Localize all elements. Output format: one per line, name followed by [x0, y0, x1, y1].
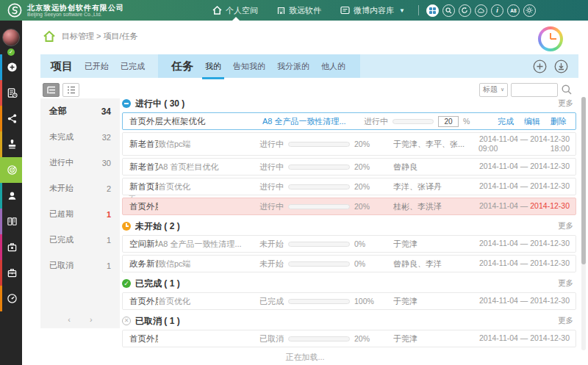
- stat-all-value: 34: [101, 106, 111, 117]
- task-row[interactable]: 空间新增布局 A8 全产品一致性清理... 未开始 0% 于莞津 2014-11…: [122, 235, 576, 253]
- list-view-icon: [67, 86, 76, 94]
- stat-cancelled-label: 已取消: [49, 260, 74, 271]
- not-started-icon: [122, 222, 131, 231]
- task-row-overdue[interactable]: 首页外层大框架优化 进行中 20% 桂彬、李洪泽 2014-11-04 — 20…: [122, 198, 576, 215]
- stat-all[interactable]: 全部 34: [40, 98, 120, 124]
- task-status-cell: 进行中 %: [364, 116, 498, 127]
- chevron-down-icon[interactable]: ▼: [399, 7, 405, 14]
- percent-label: 20%: [354, 334, 370, 343]
- task-title[interactable]: 空间新增布局: [123, 239, 158, 250]
- rail-item-dashboard[interactable]: [0, 286, 22, 311]
- time-range: 09:00 18:00: [467, 144, 570, 153]
- tab-task-informed[interactable]: 告知我的: [233, 61, 265, 72]
- task-project-link[interactable]: A8 全产品一致性清理...: [262, 116, 364, 127]
- a8-icon[interactable]: A8: [507, 4, 520, 17]
- rail-item-notebook[interactable]: [0, 209, 22, 234]
- scrollbar-thumb[interactable]: [581, 97, 586, 264]
- task-assignees: 于莞津、李平、张...: [393, 139, 467, 150]
- task-row[interactable]: 首页外层大框架优化 已取消 20% 于莞津 2014-11-04 — 2014-…: [122, 330, 576, 347]
- task-title[interactable]: 新老首页并存功能（确认新老框架切换的方式）: [123, 139, 158, 150]
- tab-task-others[interactable]: 他人的: [321, 61, 345, 72]
- more-link[interactable]: 更多: [558, 98, 576, 109]
- rail-item-schedule[interactable]: [0, 80, 22, 106]
- pager-prev[interactable]: ‹: [68, 315, 71, 324]
- tab-task-mine[interactable]: 我的: [205, 61, 221, 72]
- task-project: 首页优化: [158, 296, 259, 307]
- task-title[interactable]: 首页外层大框架优化: [123, 116, 262, 127]
- progress-bar: [288, 299, 350, 304]
- more-link[interactable]: 更多: [558, 221, 576, 231]
- tab-project-started[interactable]: 已开始: [85, 61, 109, 72]
- rail-item-briefcase[interactable]: [0, 260, 22, 286]
- filter-field-select[interactable]: 标题 ∨: [479, 83, 508, 97]
- rail-item-badge[interactable]: [0, 234, 22, 260]
- stat-overdue[interactable]: 已超期 1: [40, 201, 120, 227]
- task-title[interactable]: 新老首页大背景图上传: [123, 162, 158, 173]
- info-icon[interactable]: i: [491, 4, 503, 17]
- home-breadcrumb-icon[interactable]: [43, 30, 56, 43]
- task-title[interactable]: 首页外层大框架优化: [123, 333, 158, 344]
- stat-not-started[interactable]: 未开始 2: [40, 176, 120, 201]
- task-row[interactable]: 首页外层大框架优化 A8 全产品一致性清理... 进行中 % 完成 编辑 删除: [122, 112, 576, 130]
- task-title[interactable]: 政务新首页工作项: [123, 259, 158, 270]
- rail-item-target-management[interactable]: [0, 157, 22, 183]
- task-title[interactable]: 首页外层大框架优化: [123, 296, 158, 307]
- tab-task[interactable]: 任务: [171, 59, 193, 73]
- stat-completed-label: 已完成: [49, 234, 74, 245]
- status-label: 进行中: [259, 201, 284, 212]
- view-list-button[interactable]: [62, 83, 79, 97]
- stat-completed[interactable]: 已完成 1: [40, 227, 120, 253]
- scrollbar-track[interactable]: [581, 97, 586, 350]
- percent-input[interactable]: [438, 116, 459, 127]
- task-row[interactable]: 新老首页大背景图上传 A8 首页栏目优化 进行中 20% 曾静良 2014-11…: [122, 158, 576, 176]
- more-link[interactable]: 更多: [558, 278, 576, 289]
- search-icon[interactable]: [442, 4, 455, 17]
- toolbar-row: 标题 ∨: [40, 81, 578, 98]
- search-input[interactable]: [511, 83, 558, 97]
- stat-in-progress[interactable]: 进行中 30: [40, 150, 120, 176]
- nav-personal-space[interactable]: 个人空间: [212, 0, 258, 21]
- task-row[interactable]: 首页外层大框架优化 首页优化 已完成 100% 于莞津 2014-11-04 —…: [122, 292, 576, 310]
- book-icon: [7, 216, 18, 227]
- task-dates: 2014-11-04 — 2014-12-30: [467, 296, 576, 306]
- search-magnifier-icon[interactable]: [561, 84, 573, 95]
- delete-action[interactable]: 删除: [551, 116, 567, 127]
- view-tree-button[interactable]: [43, 83, 60, 97]
- tab-project[interactable]: 项目: [51, 59, 73, 73]
- task-title[interactable]: 首页外层大框架优化: [123, 201, 158, 212]
- nav-weibo-library[interactable]: 微博内容库 ▼: [340, 0, 405, 21]
- task-row[interactable]: 新首页新增栏目细分 首页优化 进行中 20% 李洋、张译丹 2014-11-04…: [122, 178, 576, 195]
- user-avatar[interactable]: ✓: [0, 21, 22, 54]
- stat-cancelled[interactable]: 已取消 1: [40, 253, 120, 278]
- pager-next[interactable]: ›: [90, 315, 93, 324]
- tab-task-assigned-by-me[interactable]: 我分派的: [277, 61, 309, 72]
- task-title[interactable]: 新首页新增栏目细分: [123, 181, 158, 192]
- building-icon: [277, 6, 285, 15]
- breadcrumb-path: 目标管理 > 项目/任务: [62, 31, 138, 42]
- cloud-icon[interactable]: [475, 4, 487, 17]
- breadcrumb: 目标管理 > 项目/任务: [22, 21, 588, 51]
- task-row[interactable]: 政务新首页工作项 致信pc端 未开始 0% 曾静良、李洋 2014-11-04 …: [122, 255, 576, 272]
- left-rail: ✓: [0, 21, 22, 365]
- clock-widget[interactable]: [538, 26, 563, 51]
- sync-icon[interactable]: [459, 4, 471, 17]
- rail-item-contacts[interactable]: [0, 183, 22, 209]
- stat-unfinished[interactable]: 未完成 32: [40, 124, 120, 150]
- more-link[interactable]: 更多: [558, 316, 576, 326]
- status-label: 进行中: [259, 181, 284, 192]
- nav-seeyon-software[interactable]: 致远软件: [277, 0, 321, 21]
- download-icon[interactable]: [554, 59, 568, 73]
- info-glyph: i: [496, 7, 498, 14]
- rail-item-share[interactable]: [0, 106, 22, 131]
- rail-item-stamp[interactable]: [0, 131, 22, 157]
- add-task-icon[interactable]: [533, 59, 547, 73]
- task-row[interactable]: 新老首页并存功能（确认新老框架切换的方式） 致信pc端 进行中 20% 于莞津、…: [122, 132, 576, 156]
- complete-action[interactable]: 完成: [498, 116, 514, 127]
- settings-gear-icon[interactable]: [523, 4, 536, 17]
- clock-face: [541, 29, 560, 48]
- apps-icon[interactable]: [426, 4, 439, 17]
- group-title: 已取消 ( 1 ): [135, 315, 180, 328]
- edit-action[interactable]: 编辑: [524, 116, 540, 127]
- tab-project-finished[interactable]: 已完成: [121, 61, 145, 72]
- rail-item-create[interactable]: [0, 54, 22, 80]
